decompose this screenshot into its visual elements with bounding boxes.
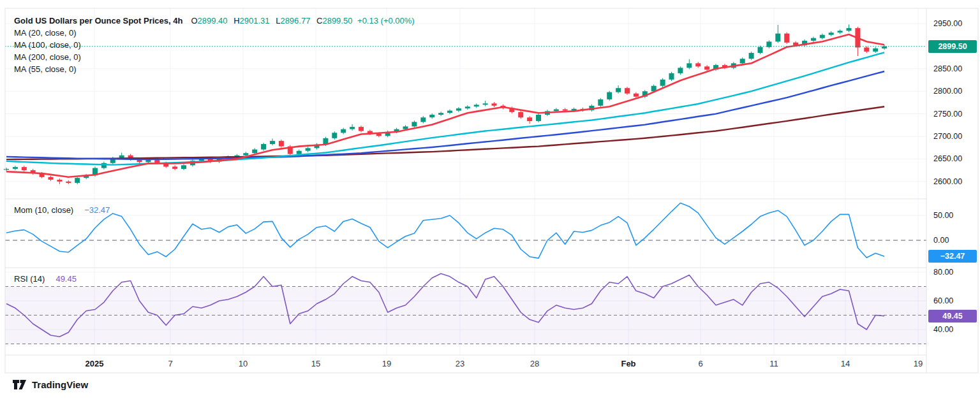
price-tick: 2800.00 — [933, 86, 962, 96]
rsi-label: RSI (14) — [14, 274, 45, 284]
price-axis[interactable]: 2950.002850.002800.002750.002700.002650.… — [927, 0, 980, 373]
rsi-value: 49.45 — [56, 274, 77, 284]
momentum-legend[interactable]: Mom (10, close) −32.47 — [14, 205, 110, 215]
time-tick: 23 — [441, 359, 479, 368]
chart-canvas[interactable] — [0, 0, 980, 399]
momentum-label: Mom (10, close) — [14, 205, 73, 215]
time-tick: 6 — [681, 359, 720, 368]
rsi-legend[interactable]: RSI (14) 49.45 — [14, 274, 77, 284]
momentum-value-badge: −32.47 — [928, 250, 977, 263]
time-tick: 7 — [151, 359, 189, 368]
low-value: 2896.77 — [280, 16, 310, 25]
open-value: 2899.40 — [198, 16, 228, 25]
price-tick: 2600.00 — [933, 177, 962, 187]
price-tick: 2700.00 — [933, 131, 962, 141]
ohlc-values: O2899.40 H2901.31 L2896.77 C2899.50 +0.1… — [187, 16, 414, 25]
price-tick: 2850.00 — [933, 64, 962, 74]
tradingview-logo[interactable]: TradingView — [13, 379, 88, 390]
rsi-tick: 40.00 — [933, 324, 953, 335]
momentum-value: −32.47 — [84, 205, 110, 215]
rsi-tick: 60.00 — [933, 296, 953, 306]
current-price-badge: 2899.50 — [928, 40, 977, 53]
time-tick: 11 — [755, 359, 793, 368]
tradingview-logo-icon — [13, 379, 27, 390]
legend-ma-100[interactable]: MA (100, close, 0) — [14, 40, 81, 50]
legend-ma-20[interactable]: MA (20, close, 0) — [14, 28, 77, 38]
price-tick: 2950.00 — [933, 18, 962, 29]
time-tick: 28 — [516, 359, 554, 368]
change-value: +0.13 (+0.00%) — [357, 16, 415, 25]
time-tick: 2025 — [75, 359, 114, 368]
time-tick: 15 — [297, 359, 335, 368]
tradingview-chart-page: { "header": { "title": "Gold US Dollars … — [0, 0, 980, 399]
time-axis[interactable]: 202571015192328Feb6111419 — [0, 355, 980, 373]
open-label: O — [191, 16, 197, 25]
time-tick: 14 — [826, 359, 865, 368]
close-value: 2899.50 — [322, 16, 352, 25]
high-label: H — [234, 16, 239, 25]
symbol-title: Gold US Dollars per Ounce Spot Prices, 4… — [14, 16, 182, 25]
legend-ma-200[interactable]: MA (200, close, 0) — [14, 52, 81, 62]
time-tick: 19 — [899, 359, 937, 368]
close-label: C — [316, 16, 322, 25]
rsi-tick: 80.00 — [933, 267, 953, 277]
time-tick: 10 — [224, 359, 262, 368]
time-tick: Feb — [609, 359, 648, 368]
time-tick: 19 — [368, 359, 406, 368]
rsi-value-badge: 49.45 — [928, 310, 977, 323]
price-tick: 2650.00 — [933, 154, 962, 164]
tradingview-logo-text: TradingView — [32, 379, 88, 390]
price-tick: 2750.00 — [933, 109, 962, 119]
legend-ma-55[interactable]: MA (55, close, 0) — [14, 64, 77, 74]
symbol-legend[interactable]: Gold US Dollars per Ounce Spot Prices, 4… — [14, 16, 415, 25]
high-value: 2901.31 — [240, 16, 270, 25]
momentum-tick: 50.00 — [933, 210, 953, 221]
momentum-tick: 0.00 — [933, 235, 949, 245]
chart-root: Gold US Dollars per Ounce Spot Prices, 4… — [0, 0, 980, 399]
